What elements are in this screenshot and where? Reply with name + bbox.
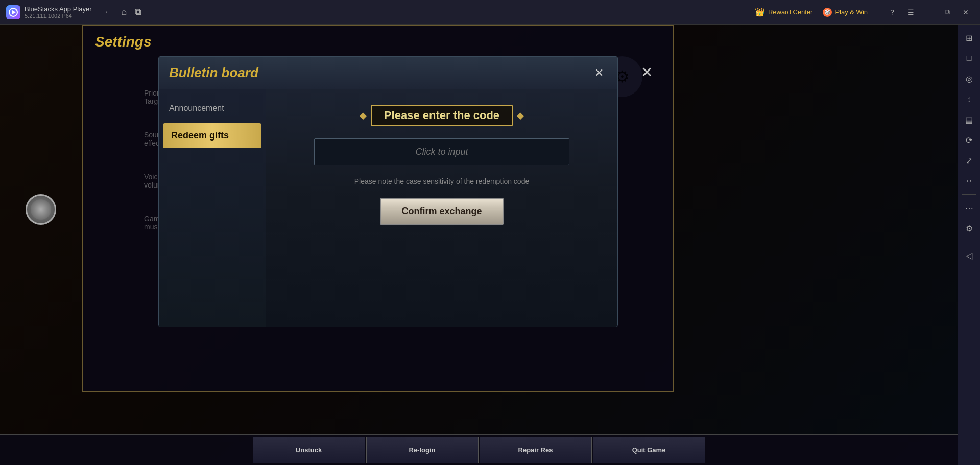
right-sidebar: ⊞ □ ◎ ↕ ▤ ⟳ ⤢ ↔ ⋯ ⚙ ◁ bbox=[958, 25, 980, 465]
code-input[interactable] bbox=[315, 139, 569, 165]
sidebar-icon-resize[interactable]: ↔ bbox=[960, 172, 978, 190]
sidebar-icon-back[interactable]: ◁ bbox=[960, 246, 978, 265]
bulletin-title: Bulletin board bbox=[169, 65, 258, 81]
quit-game-button[interactable]: Quit Game bbox=[593, 437, 705, 463]
relogin-button[interactable]: Re-login bbox=[366, 437, 479, 463]
app-icon bbox=[6, 5, 20, 19]
titlebar: BlueStacks App Player 5.21.111.1002 P64 … bbox=[0, 0, 980, 25]
sidebar-icon-refresh[interactable]: ⟳ bbox=[960, 131, 978, 149]
tabs-button[interactable]: ⧉ bbox=[135, 7, 141, 17]
sidebar-icon-grid[interactable]: ⊞ bbox=[960, 29, 978, 47]
sidebar-icon-camera[interactable]: ◎ bbox=[960, 69, 978, 88]
bulletin-modal: Bulletin board ✕ Announcement Redeem gif… bbox=[158, 56, 618, 327]
window-controls: ? ☰ — ⧉ ✕ bbox=[884, 4, 974, 20]
app-version: 5.21.111.1002 P64 bbox=[25, 13, 92, 19]
reward-center-label: Reward Center bbox=[768, 8, 812, 16]
sidebar-divider-2 bbox=[962, 242, 976, 242]
settings-title: Settings bbox=[83, 26, 673, 58]
bulletin-content: ◆ Please enter the code ◆ Please note th… bbox=[266, 89, 617, 327]
maximize-button[interactable]: ⧉ bbox=[939, 4, 955, 20]
play-win-icon: 🎲 bbox=[823, 8, 832, 17]
sidebar-icon-rotate[interactable]: ↕ bbox=[960, 90, 978, 108]
sidebar-icon-screenshot[interactable]: □ bbox=[960, 49, 978, 67]
code-title-container: ◆ Please enter the code ◆ bbox=[360, 105, 524, 126]
svg-marker-1 bbox=[12, 10, 16, 14]
tab-redeem-gifts[interactable]: Redeem gifts bbox=[163, 123, 261, 148]
sidebar-icon-more[interactable]: ⋯ bbox=[960, 199, 978, 217]
sidebar-divider bbox=[962, 194, 976, 195]
floating-button[interactable] bbox=[26, 194, 56, 225]
crown-icon: 👑 bbox=[755, 7, 765, 17]
nav-buttons: ← ⌂ ⧉ bbox=[104, 7, 142, 17]
app-info: BlueStacks App Player 5.21.111.1002 P64 bbox=[25, 5, 92, 19]
bulletin-close-button[interactable]: ✕ bbox=[591, 65, 607, 81]
code-input-area[interactable] bbox=[314, 138, 569, 165]
settings-close-button[interactable]: ✕ bbox=[641, 64, 653, 81]
titlebar-right: 👑 Reward Center 🎲 Play & Win ? ☰ — ⧉ ✕ bbox=[755, 4, 974, 20]
play-win-label: Play & Win bbox=[835, 8, 868, 16]
bulletin-tabs: Announcement Redeem gifts bbox=[159, 89, 266, 327]
bulletin-header: Bulletin board ✕ bbox=[159, 57, 617, 89]
code-title: Please enter the code bbox=[371, 105, 513, 126]
code-note: Please note the case sensitivity of the … bbox=[354, 177, 529, 185]
deco-left: ◆ bbox=[360, 110, 367, 121]
sidebar-icon-layers[interactable]: ▤ bbox=[960, 110, 978, 129]
menu-button[interactable]: ☰ bbox=[902, 4, 919, 20]
minimize-button[interactable]: — bbox=[921, 4, 937, 20]
play-win-button[interactable]: 🎲 Play & Win bbox=[823, 8, 868, 17]
reward-center-button[interactable]: 👑 Reward Center bbox=[755, 7, 812, 17]
confirm-exchange-button[interactable]: Confirm exchange bbox=[380, 198, 503, 225]
sidebar-icon-settings[interactable]: ⚙ bbox=[960, 219, 978, 238]
back-button[interactable]: ← bbox=[104, 7, 113, 17]
repair-res-button[interactable]: Repair Res bbox=[480, 437, 592, 463]
bottom-bar: Unstuck Re-login Repair Res Quit Game bbox=[0, 434, 958, 465]
app-name: BlueStacks App Player bbox=[25, 5, 92, 13]
close-button[interactable]: ✕ bbox=[958, 4, 974, 20]
sidebar-icon-expand[interactable]: ⤢ bbox=[960, 151, 978, 170]
tab-announcement[interactable]: Announcement bbox=[159, 98, 266, 119]
unstuck-button[interactable]: Unstuck bbox=[253, 437, 365, 463]
bulletin-body: Announcement Redeem gifts ◆ Please enter… bbox=[159, 89, 617, 327]
app-logo: BlueStacks App Player 5.21.111.1002 P64 bbox=[6, 5, 92, 19]
home-button[interactable]: ⌂ bbox=[122, 7, 127, 17]
deco-right: ◆ bbox=[517, 110, 524, 121]
help-button[interactable]: ? bbox=[884, 4, 900, 20]
